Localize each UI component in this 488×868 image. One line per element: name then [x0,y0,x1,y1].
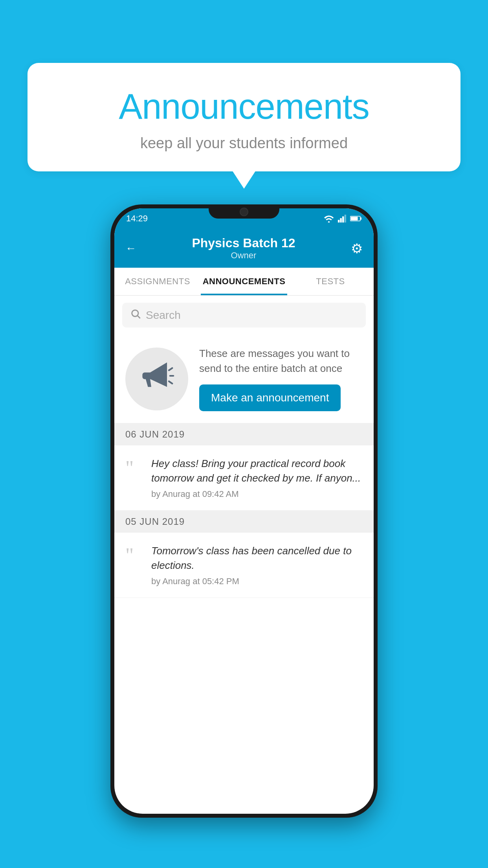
promo-content: These are messages you want to send to t… [199,346,363,411]
search-bar[interactable]: Search [122,303,366,327]
phone-mockup: 14:29 [110,204,378,818]
svg-rect-4 [345,215,346,223]
phone-camera [240,208,248,216]
tabs-bar: ASSIGNMENTS ANNOUNCEMENTS TESTS [114,268,374,296]
announcement-item-2[interactable]: " Tomorrow's class has been cancelled du… [114,533,374,598]
status-icons [323,215,362,223]
svg-rect-2 [340,218,341,223]
tab-tests[interactable]: TESTS [287,268,374,295]
announcement-meta: by Anurag at 09:42 AM [151,489,363,499]
svg-line-10 [169,368,172,370]
announcement-text-2: Tomorrow's class has been cancelled due … [151,544,363,587]
tab-announcements[interactable]: ANNOUNCEMENTS [201,268,287,295]
announcement-message: Hey class! Bring your practical record b… [151,456,363,485]
phone-notch [209,204,279,219]
header-title: Physics Batch 12 [136,236,351,250]
date-header-jun6: 06 JUN 2019 [114,423,374,445]
search-icon [130,308,141,322]
announcement-message-2: Tomorrow's class has been cancelled due … [151,544,363,572]
svg-rect-1 [338,220,339,223]
speech-bubble-card: Announcements keep all your students inf… [28,63,460,171]
make-announcement-button[interactable]: Make an announcement [199,384,341,411]
search-container: Search [114,296,374,335]
megaphone-icon [139,358,174,400]
header-subtitle: Owner [136,250,351,261]
announcement-meta-2: by Anurag at 05:42 PM [151,576,363,587]
promo-icon-circle [125,348,188,410]
settings-button[interactable]: ⚙ [351,241,363,256]
promo-section: These are messages you want to send to t… [114,335,374,423]
quote-mark-icon-2: " [125,545,143,566]
app-header: ← Physics Batch 12 Owner ⚙ [114,229,374,268]
speech-bubble-section: Announcements keep all your students inf… [28,63,460,171]
bubble-title: Announcements [51,86,437,127]
date-header-jun5: 05 JUN 2019 [114,511,374,533]
svg-point-8 [132,310,138,316]
back-button[interactable]: ← [125,242,136,255]
svg-rect-6 [351,217,358,221]
svg-line-12 [169,381,172,384]
svg-line-9 [138,316,140,318]
phone-wrapper: 14:29 [24,204,464,868]
promo-description: These are messages you want to send to t… [199,346,363,376]
quote-mark-icon: " [125,458,143,478]
signal-icon [338,215,347,223]
svg-rect-7 [360,217,361,220]
announcement-item[interactable]: " Hey class! Bring your practical record… [114,445,374,511]
phone-screen: 14:29 [114,208,374,814]
tab-assignments[interactable]: ASSIGNMENTS [114,268,201,295]
svg-point-0 [328,221,330,223]
announcement-text: Hey class! Bring your practical record b… [151,456,363,499]
bubble-subtitle: keep all your students informed [51,135,437,152]
status-time: 14:29 [126,213,148,224]
battery-icon [350,215,362,222]
wifi-icon [323,215,334,223]
header-center: Physics Batch 12 Owner [136,236,351,261]
search-placeholder: Search [146,309,181,322]
svg-rect-3 [342,216,344,223]
